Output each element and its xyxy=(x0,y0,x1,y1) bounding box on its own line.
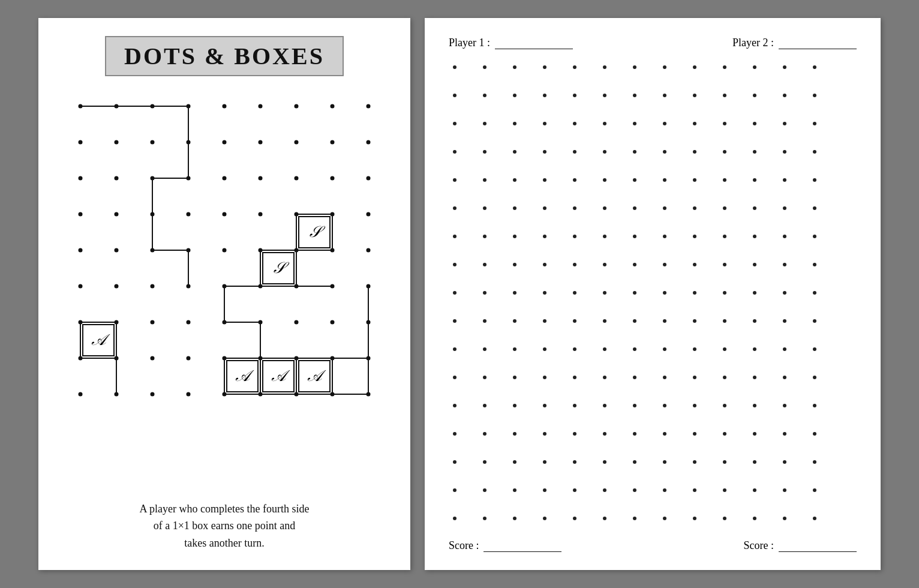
grid-dot xyxy=(513,517,516,520)
grid-dot xyxy=(603,291,606,295)
grid-dot xyxy=(513,376,516,379)
grid-dot xyxy=(573,122,576,125)
grid-dot xyxy=(663,460,666,464)
grid-dot xyxy=(513,235,516,238)
score-row: Score : Score : xyxy=(449,539,857,552)
grid-dot xyxy=(663,122,666,125)
grid-dot xyxy=(633,178,636,182)
line xyxy=(152,178,190,179)
game-title: DOTS & BOXES xyxy=(124,42,325,70)
grid-dot xyxy=(633,291,636,295)
grid-dot xyxy=(513,404,516,407)
grid-dot xyxy=(633,404,636,407)
left-page: DOTS & BOXES xyxy=(38,18,410,570)
grid-dot xyxy=(663,206,666,210)
line xyxy=(332,214,333,251)
grid-dot xyxy=(453,122,457,125)
dot xyxy=(187,320,191,325)
grid-dot xyxy=(453,94,457,97)
grid-dot xyxy=(483,319,486,323)
grid-dot xyxy=(813,94,816,97)
grid-dot xyxy=(633,235,636,238)
grid-dot xyxy=(633,319,636,323)
player1-input[interactable] xyxy=(495,36,573,49)
dot xyxy=(115,176,119,181)
dot xyxy=(79,248,83,253)
grid-dot xyxy=(693,376,696,379)
score2-field: Score : xyxy=(744,539,857,552)
line xyxy=(80,106,190,107)
player2-input[interactable] xyxy=(779,36,857,49)
grid-dot xyxy=(753,319,756,323)
grid-dot xyxy=(723,517,726,520)
grid-dot xyxy=(693,432,696,436)
grid-dot xyxy=(663,319,666,323)
dot xyxy=(367,248,371,253)
grid-dot xyxy=(483,291,486,295)
grid-dot xyxy=(573,517,576,520)
grid-dot xyxy=(603,517,606,520)
dot xyxy=(187,212,191,217)
grid-dot xyxy=(573,404,576,407)
grid-dot xyxy=(633,347,636,351)
grid-dot xyxy=(813,460,816,464)
line xyxy=(80,322,118,323)
grid-dot xyxy=(573,376,576,379)
grid-dot xyxy=(483,94,486,97)
grid-dot xyxy=(573,235,576,238)
line xyxy=(260,250,261,287)
grid-dot xyxy=(573,206,576,210)
grid-dot xyxy=(693,122,696,125)
score2-value[interactable] xyxy=(779,539,857,552)
grid-dot xyxy=(813,404,816,407)
dot xyxy=(223,248,227,253)
line xyxy=(188,250,189,287)
grid-dot xyxy=(663,178,666,182)
grid-dot xyxy=(543,347,546,351)
grid-dot xyxy=(783,150,786,154)
grid-dot xyxy=(513,263,516,266)
dot xyxy=(79,392,83,397)
grid-dot xyxy=(663,291,666,295)
grid-dot xyxy=(723,319,726,323)
grid-dot xyxy=(723,376,726,379)
grid-dot xyxy=(813,235,816,238)
line xyxy=(332,358,333,395)
grid-dot xyxy=(693,65,696,69)
grid-dot xyxy=(543,206,546,210)
grid-dot xyxy=(453,291,457,295)
grid-dot xyxy=(663,235,666,238)
grid-dot xyxy=(453,206,457,210)
score1-value[interactable] xyxy=(483,539,561,552)
line xyxy=(152,250,190,251)
line xyxy=(116,358,117,395)
dot xyxy=(115,284,119,289)
grid-dot xyxy=(813,291,816,295)
grid-dot xyxy=(603,94,606,97)
grid-dot xyxy=(693,460,696,464)
dot xyxy=(115,212,119,217)
dot xyxy=(79,212,83,217)
grid-dot xyxy=(723,94,726,97)
grid-dot xyxy=(723,488,726,492)
grid-dot xyxy=(513,291,516,295)
grid-dot xyxy=(753,404,756,407)
grid-dot xyxy=(483,178,486,182)
grid-dot xyxy=(813,150,816,154)
grid-dot xyxy=(813,432,816,436)
grid-dot xyxy=(783,122,786,125)
dot xyxy=(259,212,263,217)
s-box-top: 𝒮 xyxy=(298,216,331,248)
grid-dot xyxy=(453,347,457,351)
grid-dot xyxy=(663,65,666,69)
grid-dot xyxy=(633,488,636,492)
grid-dot xyxy=(633,122,636,125)
grid-dot xyxy=(603,460,606,464)
grid-dot xyxy=(813,178,816,182)
line xyxy=(296,250,297,287)
a-box-1: 𝒜 xyxy=(226,360,259,392)
grid-dot xyxy=(633,517,636,520)
grid-dot xyxy=(753,517,756,520)
dot xyxy=(223,212,227,217)
grid-dot xyxy=(453,517,457,520)
